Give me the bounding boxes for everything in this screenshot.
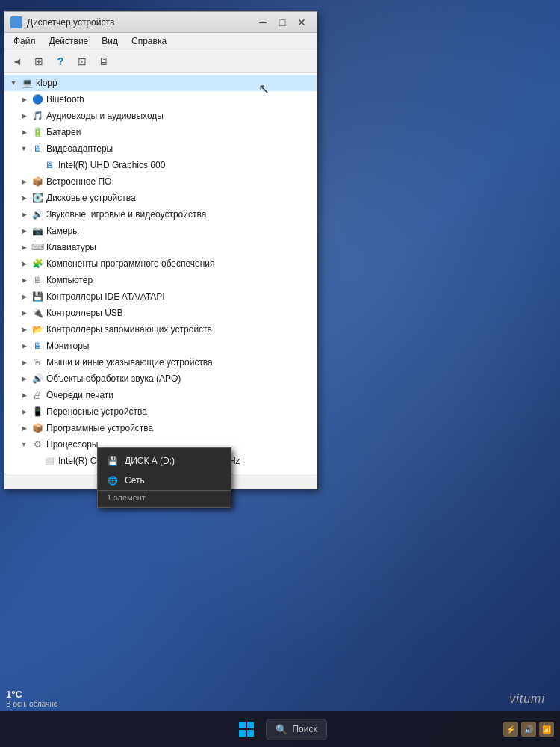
- menu-help[interactable]: Справка: [125, 34, 172, 48]
- uhd-icon: 🖥: [43, 159, 55, 171]
- mouse-expand-icon: ▶: [18, 356, 30, 368]
- tree-item-software-devices[interactable]: ▶ 📦 Программные устройства: [4, 420, 317, 436]
- audio-expand-icon: ▶: [18, 110, 30, 122]
- display-adapter-icon: 🖥: [31, 143, 43, 155]
- tray-icon-2[interactable]: 🔊: [521, 722, 536, 737]
- uhd-label: Intel(R) UHD Graphics 600: [58, 160, 165, 170]
- software-expand-icon: ▶: [18, 258, 30, 270]
- computer-label: Компьютер: [46, 275, 93, 285]
- menu-action[interactable]: Действие: [43, 34, 95, 48]
- ctx-item-disk[interactable]: 💾 ДИСК А (D:): [98, 451, 231, 471]
- bluetooth-icon: 🔵: [31, 93, 43, 105]
- monitors-icon: 🖥: [31, 340, 43, 352]
- search-button[interactable]: 🔍 Поиск: [266, 719, 326, 740]
- tray-icon-3[interactable]: 📶: [539, 722, 554, 737]
- tree-item-firmware[interactable]: ▶ 📦 Встроенное ПО: [4, 173, 317, 190]
- software-label: Компоненты программного обеспечения: [46, 258, 215, 269]
- device-manager-window: Диспетчер устройств ─ □ ✕ Файл Действие …: [4, 11, 317, 489]
- root-label: klopp: [36, 78, 57, 88]
- properties-button[interactable]: ⊡: [72, 52, 92, 70]
- ctx-network-icon: 🌐: [107, 474, 119, 486]
- logo-tr: [247, 722, 254, 728]
- minimize-button[interactable]: ─: [254, 16, 272, 28]
- tree-item-keyboard[interactable]: ▶ ⌨ Клавиатуры: [4, 239, 317, 255]
- ctx-status-text: 1 элемент: [107, 493, 146, 502]
- cpu-expand-icon: ▼: [18, 438, 30, 450]
- disk-icon: 💽: [31, 192, 43, 204]
- camera-label: Камеры: [46, 226, 79, 236]
- portable-label: Переносные устройства: [46, 406, 147, 417]
- tree-item-sound[interactable]: ▶ 🔊 Звуковые, игровые и видеоустройства: [4, 206, 317, 223]
- window-title-text: Диспетчер устройств: [27, 17, 114, 28]
- disk-expand-icon: ▶: [18, 192, 30, 204]
- display-expand-icon: ▼: [18, 143, 30, 155]
- portable-icon: 📱: [31, 406, 43, 418]
- tree-item-portable[interactable]: ▶ 📱 Переносные устройства: [4, 403, 317, 420]
- start-button[interactable]: [233, 716, 260, 743]
- computer-icon: 🖥: [31, 274, 43, 286]
- tree-item-apo[interactable]: ▶ 🔊 Объекты обработки звука (APO): [4, 371, 317, 387]
- menu-file[interactable]: Файл: [7, 34, 42, 48]
- computer-expand-icon: ▶: [18, 274, 30, 286]
- computer-button[interactable]: ⊞: [29, 52, 49, 70]
- logo-bl: [239, 730, 246, 737]
- portable-expand-icon: ▶: [18, 406, 30, 418]
- keyboard-expand-icon: ▶: [18, 241, 30, 253]
- print-label: Очереди печати: [46, 390, 113, 400]
- tree-item-bluetooth[interactable]: ▶ 🔵 Bluetooth: [4, 91, 317, 108]
- tree-item-disk[interactable]: ▶ 💽 Дисковые устройства: [4, 190, 317, 206]
- tray-icon-1[interactable]: ⚡: [503, 722, 518, 737]
- root-computer-icon: 💻: [21, 77, 33, 89]
- ctx-disk-label: ДИСК А (D:): [125, 456, 175, 466]
- ctx-item-network[interactable]: 🌐 Сеть: [98, 471, 231, 490]
- tree-item-software-components[interactable]: ▶ 🧩 Компоненты программного обеспечения: [4, 255, 317, 272]
- disk-label: Дисковые устройства: [46, 193, 136, 203]
- monitors-expand-icon: ▶: [18, 340, 30, 352]
- taskbar-center: 🔍 Поиск: [233, 716, 326, 743]
- tree-item-monitors[interactable]: ▶ 🖥 Мониторы: [4, 338, 317, 354]
- sound-label: Звуковые, игровые и видеоустройства: [46, 209, 206, 220]
- help-button[interactable]: ?: [51, 52, 70, 70]
- toolbar: ◄ ⊞ ? ⊡ 🖥: [4, 49, 317, 73]
- system-tray: ⚡ 🔊 📶: [503, 722, 554, 737]
- tree-item-camera[interactable]: ▶ 📷 Камеры: [4, 223, 317, 239]
- tree-item-print-queue[interactable]: ▶ 🖨 Очереди печати: [4, 387, 317, 403]
- device-tree[interactable]: ▼ 💻 klopp ▶ 🔵 Bluetooth ▶ 🎵 Аудиовходы и…: [4, 73, 317, 474]
- ctx-status-cursor: |: [148, 493, 150, 502]
- tree-item-ide[interactable]: ▶ 💾 Контроллеры IDE ATA/ATAPI: [4, 288, 317, 305]
- display-button[interactable]: 🖥: [94, 52, 113, 70]
- maximize-button[interactable]: □: [273, 16, 291, 28]
- taskbar-right: ⚡ 🔊 📶: [327, 722, 554, 737]
- audio-label: Аудиовходы и аудиовыходы: [46, 111, 164, 121]
- menubar: Файл Действие Вид Справка: [4, 33, 317, 49]
- ide-label: Контроллеры IDE ATA/ATAPI: [46, 291, 165, 302]
- taskbar: 🔍 Поиск ⚡ 🔊 📶: [0, 711, 560, 747]
- tree-item-mouse[interactable]: ▶ 🖱 Мыши и иные указывающие устройства: [4, 354, 317, 371]
- tree-item-display-adapters[interactable]: ▼ 🖥 Видеоадаптеры: [4, 140, 317, 157]
- tree-item-intel-uhd[interactable]: 🖥 Intel(R) UHD Graphics 600: [4, 157, 317, 173]
- keyboard-icon: ⌨: [31, 241, 43, 253]
- tree-root[interactable]: ▼ 💻 klopp: [4, 75, 317, 91]
- audio-icon: 🎵: [31, 110, 43, 122]
- tree-item-computer[interactable]: ▶ 🖥 Компьютер: [4, 272, 317, 288]
- cpu1-icon: ⬜: [43, 455, 55, 467]
- sound-expand-icon: ▶: [18, 208, 30, 220]
- firmware-label: Встроенное ПО: [46, 176, 111, 187]
- tree-item-battery[interactable]: ▶ 🔋 Батареи: [4, 124, 317, 140]
- mouse-label: Мыши и иные указывающие устройства: [46, 357, 213, 368]
- tree-item-usb[interactable]: ▶ 🔌 Контроллеры USB: [4, 305, 317, 321]
- close-button[interactable]: ✕: [293, 16, 311, 28]
- menu-view[interactable]: Вид: [96, 34, 124, 48]
- camera-expand-icon: ▶: [18, 225, 30, 237]
- print-expand-icon: ▶: [18, 389, 30, 401]
- back-button[interactable]: ◄: [7, 52, 27, 70]
- tree-item-audio[interactable]: ▶ 🎵 Аудиовходы и аудиовыходы: [4, 108, 317, 124]
- context-menu: 💾 ДИСК А (D:) 🌐 Сеть 1 элемент |: [97, 447, 231, 508]
- software-icon: 🧩: [31, 258, 43, 270]
- ctx-status: 1 элемент |: [98, 490, 231, 504]
- ide-expand-icon: ▶: [18, 291, 30, 303]
- tree-item-storage[interactable]: ▶ 📂 Контроллеры запоминающих устройств: [4, 321, 317, 338]
- display-adapter-label: Видеоадаптеры: [46, 143, 113, 154]
- bluetooth-expand-icon: ▶: [18, 93, 30, 105]
- root-expand-icon: ▼: [7, 77, 19, 89]
